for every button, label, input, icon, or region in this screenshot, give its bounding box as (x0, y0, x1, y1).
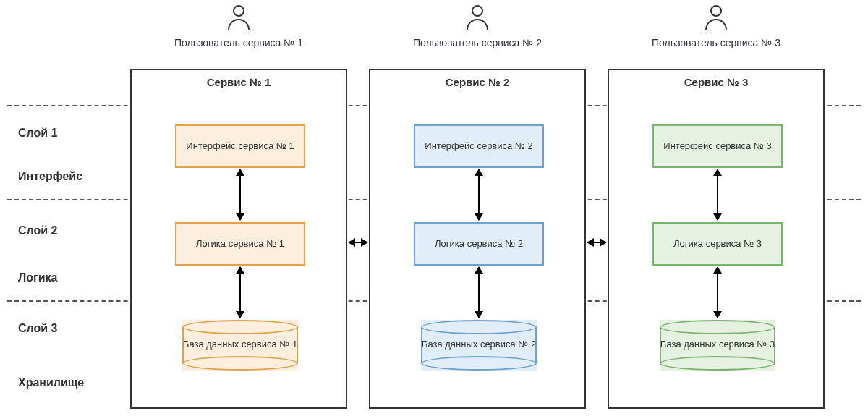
layer-3-title: Слой 3 (18, 322, 127, 335)
arrow-s1-s2 (349, 242, 367, 243)
service-2-db: База данных сервиса № 2 (421, 320, 537, 371)
service-2-title: Сервис № 2 (370, 76, 584, 88)
service-1-db: База данных сервиса № 1 (182, 320, 298, 371)
arrow-s1-logic-db (239, 267, 241, 318)
service-3-interface: Интерфейс сервиса № 3 (652, 124, 783, 168)
service-1-interface: Интерфейс сервиса № 1 (175, 124, 305, 168)
service-2-interface: Интерфейс сервиса № 2 (414, 124, 544, 168)
service-1-logic: Логика сервиса № 1 (175, 222, 305, 266)
service-3-db-label: База данных сервиса № 3 (660, 339, 775, 351)
user-icon (704, 4, 728, 31)
service-1-db-label: База данных сервиса № 1 (182, 339, 298, 351)
user-1-caption: Пользователь сервиса № 1 (130, 37, 347, 48)
service-1-container: Сервис № 1 Интерфейс сервиса № 1 Логика … (130, 69, 347, 409)
service-3-db: База данных сервиса № 3 (660, 320, 775, 371)
diagram-canvas: Слой 1 Интерфейс Слой 2 Логика Слой 3 Хр… (0, 0, 868, 419)
svg-point-0 (234, 6, 244, 16)
user-icon (465, 4, 490, 31)
arrow-s3-if-logic (717, 169, 718, 220)
user-2: Пользователь сервиса № 2 (369, 4, 586, 48)
layer-2-name: Логика (18, 271, 127, 284)
svg-point-2 (711, 6, 721, 16)
user-3: Пользователь сервиса № 3 (608, 4, 825, 48)
user-1: Пользователь сервиса № 1 (130, 4, 347, 48)
arrow-s2-s3 (587, 242, 606, 243)
service-3-container: Сервис № 3 Интерфейс сервиса № 3 Логика … (608, 69, 825, 409)
arrow-s3-logic-db (717, 267, 718, 318)
svg-point-1 (472, 6, 482, 16)
layer-1-title: Слой 1 (18, 127, 127, 140)
service-3-title: Сервис № 3 (609, 76, 823, 88)
user-3-caption: Пользователь сервиса № 3 (608, 37, 825, 48)
service-2-container: Сервис № 2 Интерфейс сервиса № 2 Логика … (369, 69, 586, 409)
service-1-title: Сервис № 1 (132, 76, 346, 88)
arrow-s2-if-logic (478, 169, 480, 220)
user-icon (226, 4, 251, 31)
layer-3-name: Хранилище (18, 376, 127, 389)
service-3-logic: Логика сервиса № 3 (652, 222, 783, 266)
service-2-db-label: База данных сервиса № 2 (421, 339, 537, 351)
user-2-caption: Пользователь сервиса № 2 (369, 37, 586, 48)
layer-1-name: Интерфейс (18, 170, 127, 183)
arrow-s2-logic-db (478, 267, 480, 318)
arrow-s1-if-logic (239, 169, 241, 220)
layer-2-title: Слой 2 (18, 224, 127, 237)
service-2-logic: Логика сервиса № 2 (414, 222, 544, 266)
